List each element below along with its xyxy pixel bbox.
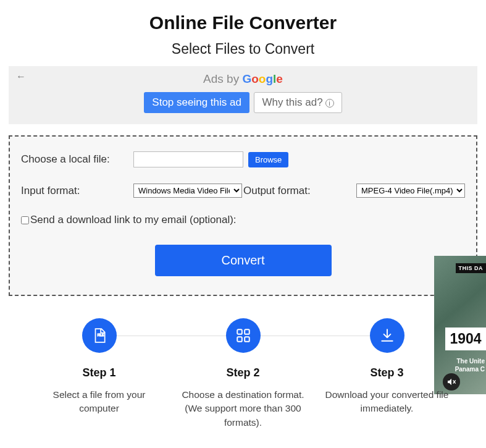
converter-form-panel: Choose a local file: Browse Input format… (9, 135, 477, 296)
stop-seeing-ad-button[interactable]: Stop seeing this ad (144, 92, 249, 113)
step-2: Step 2 Choose a destination format. (We … (171, 318, 315, 429)
step-3: Step 3 Download your converted file imme… (315, 318, 459, 416)
svg-rect-4 (245, 337, 249, 342)
input-format-label: Input format: (21, 185, 80, 197)
why-ad-label: Why this ad? (262, 96, 322, 108)
steps-row: FILE Step 1 Select a file from your comp… (9, 318, 477, 429)
step-3-title: Step 3 (315, 366, 459, 379)
email-link-label: Send a download link to my email (option… (30, 214, 237, 226)
output-format-label: Output format: (243, 185, 311, 197)
svg-rect-3 (237, 337, 242, 342)
step-1: FILE Step 1 Select a file from your comp… (27, 318, 171, 416)
ad-container: ← Ads by Google Stop seeing this ad Why … (9, 66, 477, 124)
step-3-desc: Download your converted file immediately… (315, 388, 459, 416)
choose-file-label: Choose a local file: (21, 153, 110, 165)
step-1-title: Step 1 (27, 366, 171, 379)
ads-by-text: Ads by (203, 72, 242, 85)
ad-back-arrow-icon[interactable]: ← (16, 71, 26, 82)
page-title: Online File Converter (9, 12, 477, 33)
file-icon: FILE (82, 318, 117, 353)
step-2-desc: Choose a destination format. (We support… (171, 388, 315, 429)
info-icon: i (325, 99, 334, 108)
email-link-checkbox[interactable] (21, 216, 29, 224)
page-subtitle: Select Files to Convert (9, 41, 477, 57)
why-this-ad-button[interactable]: Why this ad?i (254, 92, 341, 113)
output-format-select[interactable]: MPEG-4 Video File(.mp4) (356, 184, 465, 198)
video-caption: The UnitePanama C (455, 357, 485, 373)
convert-button[interactable]: Convert (155, 245, 332, 276)
svg-rect-2 (245, 329, 249, 334)
local-file-input[interactable] (133, 151, 243, 167)
grid-icon (226, 318, 261, 353)
ad-attribution: Ads by Google (16, 72, 470, 86)
download-icon (370, 318, 404, 353)
browse-button[interactable]: Browse (248, 152, 288, 167)
svg-rect-1 (237, 329, 242, 334)
video-tag: THIS DA (456, 263, 487, 273)
step-1-desc: Select a file from your computer (27, 388, 171, 416)
input-format-select[interactable]: Windows Media Video File(.wmv) (133, 184, 242, 198)
step-2-title: Step 2 (171, 366, 315, 379)
svg-text:FILE: FILE (97, 334, 104, 337)
